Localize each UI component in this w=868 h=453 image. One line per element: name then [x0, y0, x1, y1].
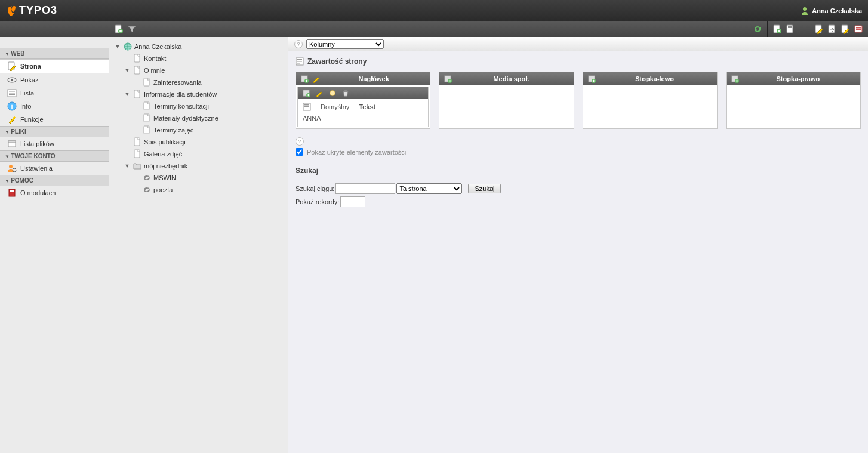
svg-rect-39 — [297, 59, 302, 60]
page-content-title: Zawartość strony — [296, 57, 861, 66]
new-subpage-icon[interactable] — [841, 24, 850, 34]
module-item-label: Pokaż — [20, 76, 39, 84]
module-item-funkcje[interactable]: Funkcje — [0, 113, 109, 126]
refresh-icon[interactable] — [753, 24, 762, 34]
tree-node[interactable]: MSWIN — [109, 172, 288, 184]
tree-node[interactable]: ▼Anna Czekalska — [109, 41, 288, 53]
page-icon — [133, 54, 142, 63]
tree-node[interactable]: Materiały dydaktyczne — [109, 112, 288, 124]
module-group-header[interactable]: PLIKI — [0, 126, 109, 137]
column-title: Nagłówek — [321, 75, 426, 82]
tree-node-label: Galeria zdjęć — [144, 150, 182, 158]
module-item-label: O modułach — [20, 189, 56, 196]
logo-text: TYPO3 — [19, 4, 57, 17]
search-string-input[interactable] — [335, 183, 395, 194]
tree-toggle-icon[interactable]: ▼ — [124, 163, 131, 169]
globe-icon — [123, 42, 133, 51]
module-group-header[interactable]: POMOC — [0, 175, 109, 186]
module-group-header[interactable]: WEB — [0, 48, 109, 59]
ce-type-label: Tekst — [359, 103, 375, 110]
new-content-icon[interactable] — [301, 88, 311, 98]
search-string-label: Szukaj ciągu: — [296, 185, 334, 192]
tree-node[interactable]: Terminy zajęć — [109, 124, 288, 136]
svg-rect-33 — [144, 102, 149, 110]
doc-new-icon[interactable] — [772, 24, 782, 34]
view-mode-select[interactable]: Kolumny — [306, 39, 384, 49]
module-item-strona[interactable]: Strona — [0, 59, 109, 73]
wand-icon — [7, 115, 17, 124]
delete-icon[interactable] — [341, 88, 350, 98]
new-content-icon[interactable] — [300, 74, 309, 84]
svg-rect-27 — [10, 190, 14, 192]
info-icon: i — [7, 101, 17, 111]
svg-rect-35 — [144, 126, 149, 134]
edit-page-icon[interactable] — [814, 24, 824, 34]
svg-point-24 — [9, 165, 13, 168]
new-content-icon[interactable] — [443, 74, 453, 84]
edit-icon[interactable] — [312, 74, 321, 84]
tree-node[interactable]: Galeria zdjęć — [109, 148, 288, 160]
svg-point-0 — [803, 7, 807, 11]
ce-default-label: Domyślny — [321, 103, 349, 110]
hint-icon[interactable] — [328, 88, 337, 98]
text-element-icon — [303, 103, 311, 111]
tree-node[interactable]: Kontakt — [109, 53, 288, 64]
help-icon[interactable]: ? — [296, 137, 304, 146]
column-title: Stopka-prawo — [740, 75, 857, 82]
page-icon — [142, 78, 152, 87]
svg-rect-12 — [856, 29, 861, 30]
svg-rect-17 — [9, 91, 15, 92]
filter-icon[interactable] — [127, 24, 137, 34]
module-item-ustawienia[interactable]: Ustawienia — [0, 162, 109, 175]
manual-icon — [7, 188, 17, 198]
doc-save-icon[interactable] — [786, 24, 795, 34]
help-icon[interactable]: ? — [294, 40, 303, 48]
tree-toggle-icon[interactable]: ▼ — [124, 91, 131, 97]
svg-rect-10 — [855, 26, 862, 32]
module-item-info[interactable]: iInfo — [0, 100, 109, 113]
tree-node[interactable]: ▼mój niezbędnik — [109, 160, 288, 172]
user-settings-icon — [7, 164, 17, 173]
tree-node[interactable]: Terminy konsultacji — [109, 100, 288, 112]
module-item-label: Ustawienia — [20, 165, 53, 172]
logo[interactable]: TYPO3 — [6, 4, 57, 17]
module-item-pokaż[interactable]: Pokaż — [0, 73, 109, 87]
tree-toggle-icon[interactable]: ▼ — [124, 67, 131, 73]
page-icon — [142, 125, 152, 135]
column-header: Stopka-lewo — [583, 72, 717, 85]
module-item-lista[interactable]: Lista — [0, 87, 109, 100]
typo3-logo-icon — [6, 5, 18, 17]
tree-node-label: mój niezbędnik — [144, 162, 187, 170]
show-records-input[interactable] — [340, 196, 365, 207]
history-icon[interactable] — [854, 24, 863, 34]
svg-rect-34 — [144, 114, 149, 122]
tree-node[interactable]: Spis publikacji — [109, 136, 288, 148]
content-view-toolbar: ? Kolumny — [288, 37, 868, 51]
module-item-lista-plików[interactable]: Lista plików — [0, 137, 109, 150]
user-menu[interactable]: Anna Czekalska — [801, 7, 862, 15]
page-icon — [133, 66, 142, 75]
tree-node[interactable]: poczta — [109, 184, 288, 196]
tree-toggle-icon[interactable]: ▼ — [114, 44, 121, 50]
new-content-icon[interactable] — [730, 74, 740, 84]
module-item-o-modułach[interactable]: O modułach — [0, 186, 109, 199]
search-scope-select[interactable]: Ta strona — [396, 183, 462, 194]
move-page-icon[interactable] — [827, 24, 837, 34]
user-name: Anna Czekalska — [812, 7, 862, 14]
new-page-icon[interactable] — [114, 24, 124, 34]
content-element: DomyślnyTekstANNA — [297, 87, 429, 127]
tree-node[interactable]: ▼O mnie — [109, 64, 288, 76]
new-content-icon[interactable] — [587, 74, 596, 84]
svg-rect-11 — [856, 27, 861, 29]
content-element-toolbar — [298, 87, 428, 99]
search-button[interactable]: Szukaj — [468, 184, 501, 193]
show-hidden-checkbox-row[interactable]: Pokaż ukryte elementy zawartości — [296, 148, 861, 156]
edit-icon[interactable] — [315, 88, 324, 98]
tree-node-label: Zainteresowania — [153, 79, 202, 86]
tree-node[interactable]: Zainteresowania — [109, 76, 288, 88]
user-icon — [801, 7, 809, 15]
show-hidden-checkbox[interactable] — [296, 148, 303, 156]
module-group-header[interactable]: TWOJE KONTO — [0, 150, 109, 162]
svg-rect-19 — [9, 94, 15, 95]
tree-node[interactable]: ▼Informacje dla studentów — [109, 88, 288, 100]
